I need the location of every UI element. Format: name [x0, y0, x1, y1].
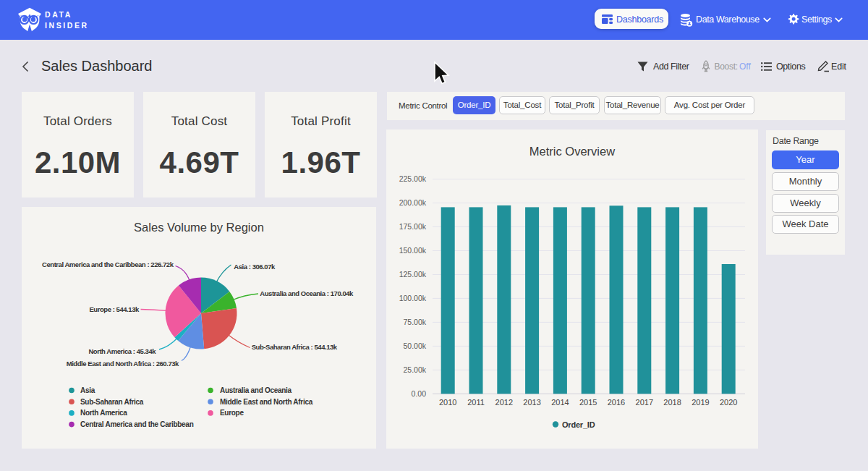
svg-text:100.00k: 100.00k: [399, 294, 427, 302]
svg-text:2019: 2019: [692, 398, 709, 407]
svg-text:200.00k: 200.00k: [399, 198, 427, 207]
svg-text:2018: 2018: [663, 398, 681, 407]
svg-text:Order_ID: Order_ID: [562, 420, 595, 429]
svg-text:2016: 2016: [608, 398, 625, 407]
svg-text:North America : 45.34k: North America : 45.34k: [88, 347, 156, 355]
svg-text:Australia and Oceania : 170.04: Australia and Oceania : 170.04k: [260, 289, 354, 297]
svg-text:Asia : 306.07k: Asia : 306.07k: [234, 263, 276, 271]
svg-text:Sub-Saharan Africa : 544.13k: Sub-Saharan Africa : 544.13k: [252, 343, 338, 351]
svg-text:2015: 2015: [579, 398, 597, 407]
svg-text:North America: North America: [80, 409, 127, 417]
svg-text:75.00k: 75.00k: [403, 318, 426, 326]
svg-text:Central America and the Caribb: Central America and the Caribbean : 226.…: [42, 260, 174, 268]
svg-text:2011: 2011: [467, 398, 485, 407]
svg-text:Sub-Saharan Africa: Sub-Saharan Africa: [80, 398, 144, 406]
svg-text:Europe: Europe: [220, 409, 244, 417]
svg-text:Asia: Asia: [80, 386, 95, 394]
svg-text:2010: 2010: [439, 398, 456, 407]
svg-text:Europe : 544.13k: Europe : 544.13k: [89, 305, 139, 313]
svg-text:Central America and the Caribb: Central America and the Caribbean: [80, 420, 194, 428]
svg-text:175.00k: 175.00k: [399, 222, 427, 231]
svg-text:2020: 2020: [720, 398, 737, 407]
svg-text:2013: 2013: [523, 398, 540, 407]
svg-text:225.00k: 225.00k: [399, 174, 427, 183]
svg-text:2014: 2014: [551, 398, 569, 407]
svg-text:2012: 2012: [495, 398, 513, 407]
svg-text:Middle East and North Africa: Middle East and North Africa: [220, 398, 313, 406]
svg-text:150.00k: 150.00k: [399, 246, 427, 255]
svg-text:Middle East and North Africa :: Middle East and North Africa : 260.73k: [67, 360, 179, 368]
svg-text:2017: 2017: [636, 398, 653, 407]
svg-text:125.00k: 125.00k: [399, 270, 427, 279]
svg-text:0.00: 0.00: [412, 389, 427, 398]
svg-text:25.00k: 25.00k: [403, 365, 426, 374]
svg-text:Australia and Oceania: Australia and Oceania: [220, 386, 292, 394]
svg-text:50.00k: 50.00k: [403, 341, 426, 350]
